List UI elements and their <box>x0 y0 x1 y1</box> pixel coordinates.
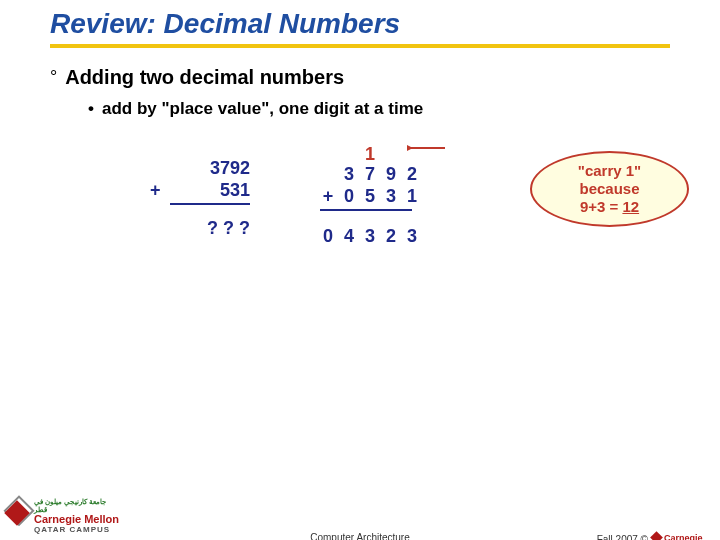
carry-digit: 1 <box>362 143 378 165</box>
addend-row-2: + 0 5 3 1 <box>320 185 420 207</box>
expanded-addition-column: 1 <box>320 143 420 247</box>
callout-line-2: because <box>532 180 687 198</box>
carry-explanation-callout: "carry 1" because 9+3 = 12 <box>530 151 689 227</box>
callout-line-3: 9+3 = 12 <box>532 198 687 216</box>
footer-term: Fall 2007 © <box>597 534 648 541</box>
math-area: 3792 + 531 ? ? ? 1 <box>50 143 670 293</box>
sum-line <box>320 209 412 211</box>
plus-sign: + <box>320 185 336 207</box>
plus-sign: + <box>150 179 161 201</box>
dot-bullet-icon: • <box>88 99 94 119</box>
sub-bullet-text: add by "place value", one digit at a tim… <box>102 99 423 119</box>
cmu-qatar-logo: جامعة كارنيجي ميلون في قطر Carnegie Mell… <box>10 498 120 536</box>
simple-addition-column: 3792 + 531 ? ? ? <box>150 157 250 239</box>
unknown-result: ? ? ? <box>150 217 250 239</box>
section-heading: Adding two decimal numbers <box>65 66 344 89</box>
callout-line-1: "carry 1" <box>532 162 687 180</box>
addend-2: 531 <box>220 180 250 200</box>
slide-title: Review: Decimal Numbers <box>50 8 400 39</box>
sum-line <box>170 203 250 205</box>
carry-arrow-icon <box>407 141 447 155</box>
addend-1: 3792 <box>150 157 250 179</box>
cmu-mini-logo: Carnegie Mellon <box>652 532 706 540</box>
addend-row-1: 3 7 9 2 <box>320 163 420 185</box>
result-row: 0 4 3 2 3 <box>320 225 420 247</box>
degree-bullet-icon: ° <box>50 66 57 88</box>
